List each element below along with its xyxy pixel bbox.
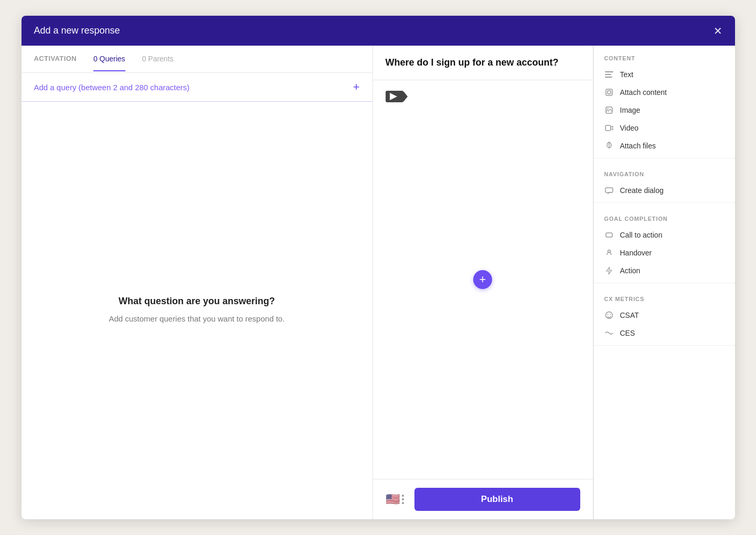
modal-title: Add a new response bbox=[34, 25, 120, 36]
action-icon bbox=[604, 266, 614, 275]
tag-icon bbox=[390, 93, 397, 100]
tab-queries[interactable]: 0 Queries bbox=[93, 47, 125, 71]
create-dialog-icon bbox=[604, 187, 614, 194]
add-content-button[interactable]: + bbox=[473, 270, 492, 289]
text-icon bbox=[604, 71, 614, 78]
attach-files-icon bbox=[604, 142, 614, 150]
flag-icon: 🇺🇸 bbox=[386, 493, 400, 506]
right-item-label: CSAT bbox=[620, 311, 639, 319]
svg-rect-5 bbox=[608, 91, 611, 94]
middle-header: Where do I sign up for a new account? bbox=[373, 46, 593, 80]
modal-body: ACTIVATION 0 Queries 0 Parents + What qu… bbox=[22, 46, 735, 519]
video-icon bbox=[604, 125, 614, 131]
right-section-title: NAVIGATION bbox=[594, 162, 735, 181]
right-item-csat[interactable]: CSAT bbox=[594, 306, 735, 324]
query-input[interactable] bbox=[34, 83, 353, 92]
section-divider bbox=[594, 345, 735, 346]
add-response-modal: Add a new response ✕ ACTIVATION 0 Querie… bbox=[22, 16, 735, 519]
tag-label bbox=[386, 91, 403, 102]
svg-marker-0 bbox=[390, 93, 397, 100]
tabs-row: ACTIVATION 0 Queries 0 Parents bbox=[22, 46, 372, 73]
svg-rect-3 bbox=[605, 77, 612, 78]
middle-footer: 🇺🇸 Publish bbox=[373, 479, 593, 519]
call-to-action-icon bbox=[604, 232, 614, 238]
right-section-title: CX METRICS bbox=[594, 286, 735, 306]
right-item-label: Call to action bbox=[620, 231, 663, 239]
right-item-ces[interactable]: CES bbox=[594, 324, 735, 342]
right-item-handover[interactable]: Handover bbox=[594, 244, 735, 262]
right-item-label: Video bbox=[620, 124, 639, 132]
right-item-label: CES bbox=[620, 329, 635, 337]
section-divider bbox=[594, 202, 735, 203]
svg-point-13 bbox=[607, 314, 608, 315]
tab-parents[interactable]: 0 Parents bbox=[142, 47, 174, 71]
svg-point-11 bbox=[608, 250, 610, 253]
right-section-title: CONTENT bbox=[594, 46, 735, 66]
handover-icon bbox=[604, 249, 614, 256]
svg-rect-9 bbox=[605, 188, 613, 192]
right-item-attach-content[interactable]: Attach content bbox=[594, 83, 735, 101]
response-question: Where do I sign up for a new account? bbox=[386, 56, 580, 69]
svg-point-14 bbox=[610, 314, 611, 315]
right-item-label: Handover bbox=[620, 249, 652, 257]
svg-rect-1 bbox=[605, 71, 613, 72]
left-panel: ACTIVATION 0 Queries 0 Parents + What qu… bbox=[22, 46, 373, 519]
right-item-attach-files[interactable]: Attach files bbox=[594, 137, 735, 155]
right-item-call-to-action[interactable]: Call to action bbox=[594, 226, 735, 244]
empty-state-title: What question are you answering? bbox=[119, 296, 275, 307]
right-item-text[interactable]: Text bbox=[594, 66, 735, 83]
svg-point-7 bbox=[607, 108, 608, 109]
plus-icon: + bbox=[480, 274, 486, 285]
right-item-label: Text bbox=[620, 70, 634, 79]
right-item-create-dialog[interactable]: Create dialog bbox=[594, 181, 735, 199]
tab-activation[interactable]: ACTIVATION bbox=[34, 47, 77, 71]
more-options-icon[interactable] bbox=[400, 493, 406, 506]
right-item-label: Create dialog bbox=[620, 186, 664, 195]
left-empty-state: What question are you answering? Add cus… bbox=[22, 102, 372, 519]
add-query-plus-icon[interactable]: + bbox=[353, 81, 360, 93]
csat-icon bbox=[604, 311, 614, 319]
right-item-video[interactable]: Video bbox=[594, 119, 735, 137]
query-input-row: + bbox=[22, 73, 372, 102]
right-item-action[interactable]: Action bbox=[594, 262, 735, 280]
image-icon bbox=[604, 106, 614, 114]
right-item-label: Action bbox=[620, 266, 641, 275]
modal-header: Add a new response ✕ bbox=[22, 16, 735, 46]
svg-rect-10 bbox=[606, 233, 612, 237]
right-item-label: Attach files bbox=[620, 142, 656, 150]
right-item-label: Image bbox=[620, 106, 641, 114]
ces-icon bbox=[604, 330, 614, 336]
section-divider bbox=[594, 158, 735, 158]
middle-panel: Where do I sign up for a new account? + … bbox=[373, 46, 593, 519]
right-item-image[interactable]: Image bbox=[594, 101, 735, 119]
attach-content-icon bbox=[604, 89, 614, 96]
right-item-label: Attach content bbox=[620, 88, 667, 97]
right-panel: CONTENTTextAttach contentImageVideoAttac… bbox=[593, 46, 735, 519]
svg-rect-8 bbox=[605, 125, 611, 131]
right-section-title: GOAL COMPLETION bbox=[594, 206, 735, 226]
section-divider bbox=[594, 283, 735, 283]
close-icon[interactable]: ✕ bbox=[714, 26, 722, 36]
middle-content: + bbox=[373, 80, 593, 479]
svg-rect-2 bbox=[605, 74, 611, 75]
svg-rect-4 bbox=[606, 89, 612, 95]
publish-button[interactable]: Publish bbox=[414, 488, 580, 511]
empty-state-subtitle: Add customer queries that you want to re… bbox=[109, 313, 284, 325]
